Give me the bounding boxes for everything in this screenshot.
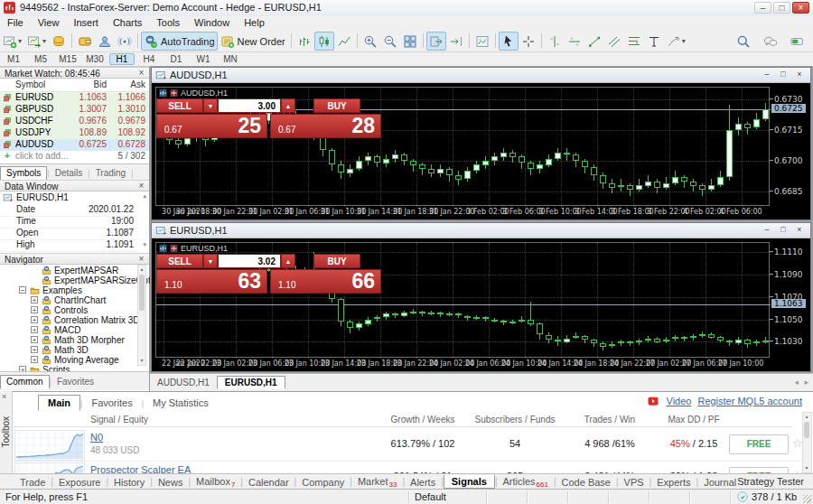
timeframe-m30[interactable]: M30 [82, 53, 107, 65]
scroll-down-icon[interactable]: ▾ [803, 464, 810, 472]
search-button[interactable] [734, 32, 753, 51]
market-watch-row-usdchf[interactable]: USDCHF0.96760.9679 [0, 116, 149, 127]
navigator-scrollbar[interactable]: ▴▾ [137, 265, 146, 366]
market-watch-close-icon[interactable]: × [136, 68, 146, 79]
chart-minimize-button[interactable]: – [760, 225, 774, 236]
tree-collapse-icon[interactable]: − [19, 286, 26, 294]
horizontal-line-button[interactable] [565, 32, 584, 51]
toolbox-close-icon[interactable]: × [2, 392, 6, 401]
navigator-item-correlation-matrix-3d[interactable]: +Correlation Matrix 3D [0, 315, 136, 325]
market-watch-row-usdjpy[interactable]: USDJPY108.89108.92 [0, 127, 149, 139]
buy-button[interactable]: BUY [313, 98, 360, 113]
toolbox-tab-vps[interactable]: VPS [619, 477, 649, 488]
new-chart-button[interactable]: ▾ [0, 32, 24, 51]
navigator-item-moving-average[interactable]: +Moving Average [0, 355, 136, 365]
auto-scroll-button[interactable] [426, 32, 446, 51]
signal-name-link[interactable]: Prospector Scalper EA [90, 464, 191, 473]
chart-close-button[interactable]: × [792, 70, 807, 80]
menu-view[interactable]: View [31, 16, 67, 29]
chart-shift-button[interactable] [446, 32, 466, 51]
buy-button[interactable]: BUY [313, 254, 360, 268]
volume-up-button[interactable]: ▲ [281, 98, 295, 113]
toolbox-tab-alerts[interactable]: Alerts [405, 477, 441, 488]
chart-maximize-button[interactable]: □ [776, 70, 790, 80]
market-watch-add-row[interactable]: +click to add...5 / 302 [0, 151, 149, 163]
market-watch-tab-symbols[interactable]: Symbols [0, 166, 47, 181]
scroll-up-icon[interactable]: ▴ [138, 266, 145, 274]
chart-window-titlebar[interactable]: EURUSD,H1–□× [152, 223, 810, 238]
chart-close-button[interactable]: × [792, 225, 807, 236]
buy-price-panel[interactable]: 0.6728 [270, 114, 381, 138]
navigator-item-math-3d[interactable]: +Math 3D [0, 345, 136, 355]
history-center-button[interactable] [49, 32, 69, 51]
toolbox-tab-trade[interactable]: Trade [14, 477, 51, 488]
fibonacci-button[interactable] [624, 32, 644, 51]
signal-row[interactable]: N048 033 USD613.79% / 102544 968 /61%45%… [14, 428, 792, 461]
market-watch-row-audusd[interactable]: AUDUSD0.67250.6728 [0, 139, 149, 151]
market-watch-tab-details[interactable]: Details [50, 167, 89, 180]
toolbox-tab-favorites[interactable]: Favorites [82, 396, 141, 410]
signal-name-link[interactable]: N0 [90, 432, 103, 443]
menu-charts[interactable]: Charts [106, 16, 149, 29]
bar-chart-button[interactable] [294, 32, 314, 51]
volume-down-button[interactable]: ▼ [203, 98, 218, 113]
tree-expand-icon[interactable]: + [31, 356, 38, 363]
timeframe-m5[interactable]: M5 [28, 53, 53, 65]
broadcast-button[interactable] [115, 32, 135, 51]
candlestick-chart-button[interactable] [314, 32, 334, 51]
toolbox-tab-my-statistics[interactable]: My Statistics [144, 396, 218, 410]
window-close-button[interactable]: × [792, 2, 809, 14]
market-watch-tab-trading[interactable]: Trading [90, 167, 132, 180]
buy-price-panel[interactable]: 1.1066 [270, 269, 381, 294]
connection-status[interactable] [788, 32, 808, 51]
navigator-item-math-3d-morpher[interactable]: +Math 3D Morpher [0, 335, 136, 345]
templates-button[interactable] [472, 32, 492, 51]
tree-expand-icon[interactable]: + [31, 326, 38, 333]
tile-windows-button[interactable] [400, 32, 420, 51]
chart-tab-audusd-h1[interactable]: AUDUSD,H1 [150, 377, 217, 388]
menu-window[interactable]: Window [187, 16, 237, 29]
tree-expand-icon[interactable]: + [31, 316, 38, 323]
sell-price-panel[interactable]: 1.1063 [156, 269, 267, 294]
scroll-up-icon[interactable]: ▴ [803, 413, 810, 421]
line-chart-button[interactable] [334, 32, 354, 51]
chart-tabs-right-icon[interactable]: ▸ [804, 378, 808, 387]
navigator-item-expertmapsarsizeoptim[interactable]: ExpertMAPSARSizeOptim [0, 275, 136, 285]
payments-button[interactable] [75, 32, 95, 51]
toolbox-tab-signals[interactable]: Signals [444, 475, 495, 489]
toolbox-tab-calendar[interactable]: Calendar [243, 477, 294, 488]
signal-price-button[interactable]: FREE [729, 434, 789, 454]
signals-scrollbar[interactable]: ▴▾ [802, 412, 812, 473]
register-mql5-link[interactable]: Register MQL5 account [697, 396, 802, 406]
chat-button[interactable] [761, 32, 780, 51]
menu-file[interactable]: File [0, 16, 31, 29]
signal-price-button[interactable]: FREE [729, 467, 789, 473]
volume-input[interactable]: 3.02 [218, 254, 281, 268]
chart-tab-eurusd-h1[interactable]: EURUSD,H1 [217, 376, 285, 389]
menu-help[interactable]: Help [237, 16, 272, 29]
navigator-tab-favorites[interactable]: Favorites [51, 376, 99, 388]
navigator-item-macd[interactable]: +MACD [0, 325, 136, 335]
crosshair-button[interactable] [519, 32, 538, 51]
sell-button[interactable]: SELL [156, 254, 203, 268]
channel-button[interactable] [604, 32, 624, 51]
scroll-down-icon[interactable]: ▾ [138, 357, 145, 365]
community-button[interactable] [95, 32, 115, 51]
trendline-button[interactable] [584, 32, 604, 51]
timeframe-mn[interactable]: MN [218, 53, 243, 65]
navigator-item-examples[interactable]: −Examples [0, 285, 136, 295]
market-watch-row-gbpusd[interactable]: GBPUSD1.30071.3010 [0, 104, 149, 116]
zoom-out-button[interactable] [380, 32, 400, 51]
volume-down-button[interactable]: ▼ [203, 254, 218, 268]
tree-expand-icon[interactable]: + [31, 336, 38, 343]
menu-insert[interactable]: Insert [66, 16, 106, 29]
profiles-button[interactable]: ▾ [24, 32, 49, 51]
sell-price-panel[interactable]: 0.6725 [156, 114, 267, 138]
timeframe-h4[interactable]: H4 [136, 53, 162, 65]
video-link[interactable]: Video [667, 396, 692, 406]
timeframe-m15[interactable]: M15 [55, 53, 80, 65]
toolbox-tab-journal[interactable]: Journal [698, 477, 742, 488]
data-window-close-icon[interactable]: × [136, 181, 146, 191]
zoom-in-button[interactable] [360, 32, 380, 51]
navigator-item-chartinchart[interactable]: +ChartInChart [0, 295, 136, 305]
